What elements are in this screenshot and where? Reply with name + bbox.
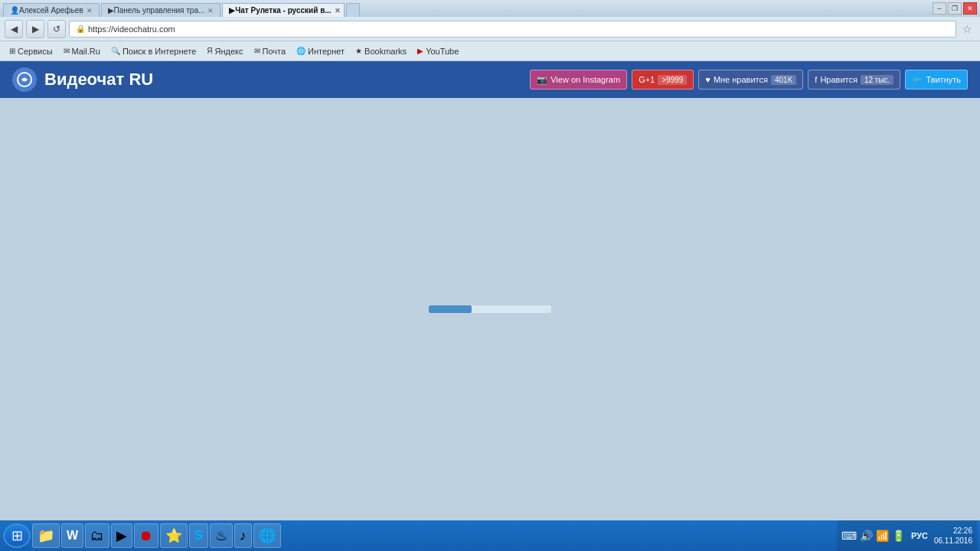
music-icon: ♪ [240,528,247,544]
services-icon: ⊞ [9,47,15,55]
files-icon: 🗂 [90,528,104,544]
bookmark-star[interactable]: ☆ [959,23,975,35]
header-actions: 📷 View on Instagram G+1 >9999 ♥ Мне нрав… [530,70,968,90]
tab-2-icon: ▶ [108,6,114,15]
tray-time-text: 22:26 [953,526,972,536]
tab-2[interactable]: ▶ Панель управления тра... ✕ [101,3,221,17]
like-count: 401K [771,75,796,85]
url-text: https://videochatru.com [88,24,175,34]
window-controls: – ❐ ✕ [933,2,977,15]
taskbar-chrome[interactable]: 🌐 [253,523,281,548]
tab-4[interactable] [346,3,360,17]
bookmark-mail-label: Почта [263,47,286,56]
bookmark-bookmarks[interactable]: ★ Bookmarks [351,45,411,57]
fb-like-button[interactable]: f Нравится 12 тыс. [808,70,900,90]
start-icon: ⊞ [11,527,23,544]
network-tray-icon[interactable]: 📶 [876,530,889,542]
tray-clock: 22:26 06.11.2016 [934,526,972,546]
tool-icon: ⭐ [165,527,182,544]
address-field[interactable]: 🔒 https://videochatru.com [69,21,956,37]
taskbar-media[interactable]: ▶ [111,523,132,548]
back-button[interactable]: ◀ [5,20,23,38]
gplus-icon: G+1 [639,75,655,84]
start-button[interactable]: ⊞ [3,523,31,548]
bookmark-internet-label: Интернет [308,47,345,56]
twitter-button[interactable]: 🐦 Твитнуть [905,70,968,90]
like-icon: ♥ [705,75,710,84]
site-header: Видеочат RU 📷 View on Instagram G+1 >999… [0,61,980,98]
logo-icon [12,67,37,92]
fb-like-label: Нравится [820,75,858,84]
twitter-label: Твитнуть [926,75,961,84]
bookmark-services[interactable]: ⊞ Сервисы [5,45,57,57]
tab-1-close[interactable]: ✕ [87,7,93,15]
bookmark-youtube[interactable]: ▶ YouTube [413,45,463,57]
taskbar-files[interactable]: 🗂 [85,523,109,548]
taskbar-music[interactable]: ♪ [234,523,252,548]
tab-2-label: Панель управления тра... [114,6,205,15]
taskbar-skype[interactable]: S [189,523,208,548]
loading-bar-fill [429,305,472,313]
fb-icon: f [815,75,817,84]
tab-3-label: Чат Рулетка - русский в... [235,6,331,15]
site-name: Видеочат RU [44,70,153,90]
internet-icon: 🌐 [296,47,305,55]
title-bar: 👤 Алексей Арефьев ✕ ▶ Панель управления … [0,0,980,17]
volume-tray-icon[interactable]: 🔊 [860,530,873,542]
taskbar-steam[interactable]: ♨ [210,523,233,548]
steam-icon: ♨ [215,527,227,544]
instagram-button[interactable]: 📷 View on Instagram [530,70,627,90]
tab-1-icon: 👤 [10,6,19,15]
tab-1-label: Алексей Арефьев [19,6,83,15]
page-content [0,98,980,520]
bookmarks-icon: ★ [355,47,362,55]
chrome-icon: 🌐 [259,527,276,544]
tab-3-icon: ▶ [229,6,235,15]
youtube-icon: ▶ [417,47,423,55]
fb-like-count: 12 тыс. [861,75,893,85]
ssl-icon: 🔒 [76,24,85,33]
minimize-button[interactable]: – [933,2,946,15]
keyboard-tray-icon[interactable]: ⌨ [841,530,857,542]
tab-1[interactable]: 👤 Алексей Арефьев ✕ [3,3,100,17]
battery-tray-icon[interactable]: 🔋 [892,530,905,542]
tray-date-text: 06.11.2016 [934,536,972,546]
like-button[interactable]: ♥ Мне нравится 401K [698,70,803,90]
explorer-icon: 📁 [38,527,54,544]
taskbar-tray: ⌨ 🔊 📶 🔋 РУС 22:26 06.11.2016 [837,520,977,551]
site-logo: Видеочат RU [12,67,153,92]
taskbar-explorer[interactable]: 📁 [32,523,60,548]
restore-button[interactable]: ❐ [948,2,962,15]
gplus-button[interactable]: G+1 >9999 [632,70,694,90]
tab-3-close[interactable]: ✕ [335,7,341,15]
tab-2-close[interactable]: ✕ [207,7,214,15]
bookmark-search-label: Поиск в Интернете [122,47,196,56]
media-icon: ▶ [116,527,127,544]
bookmark-mailru[interactable]: ✉ Mail.Ru [59,45,105,57]
language-indicator[interactable]: РУС [908,531,931,540]
yandex-icon: Я [207,47,212,55]
tab-3[interactable]: ▶ Чат Рулетка - русский в... ✕ [222,3,345,17]
taskbar-record[interactable]: ⏺ [134,523,158,548]
bookmark-yandex[interactable]: Я Яндекс [202,45,247,57]
taskbar-tool[interactable]: ⭐ [160,523,188,548]
bookmark-mail[interactable]: ✉ Почта [250,45,291,57]
twitter-icon: 🐦 [912,75,923,85]
logo-svg [17,72,32,87]
mail-icon: ✉ [254,47,260,55]
taskbar-word[interactable]: W [61,523,83,548]
reload-button[interactable]: ↺ [47,20,66,38]
like-label: Мне нравится [714,75,768,84]
mailru-icon: ✉ [64,47,70,55]
bookmark-youtube-label: YouTube [426,47,459,56]
close-button[interactable]: ✕ [963,2,977,15]
forward-button[interactable]: ▶ [26,20,44,38]
bookmark-bookmarks-label: Bookmarks [364,47,407,56]
bookmark-internet[interactable]: 🌐 Интернет [292,45,349,57]
gplus-count: >9999 [658,75,687,85]
loading-bar-container [429,305,551,313]
bookmark-search[interactable]: 🔍 Поиск в Интернете [106,45,201,57]
bookmark-yandex-label: Яндекс [215,47,243,56]
address-bar-row: ◀ ▶ ↺ 🔒 https://videochatru.com ☆ [0,17,980,41]
instagram-icon: 📷 [537,75,547,85]
